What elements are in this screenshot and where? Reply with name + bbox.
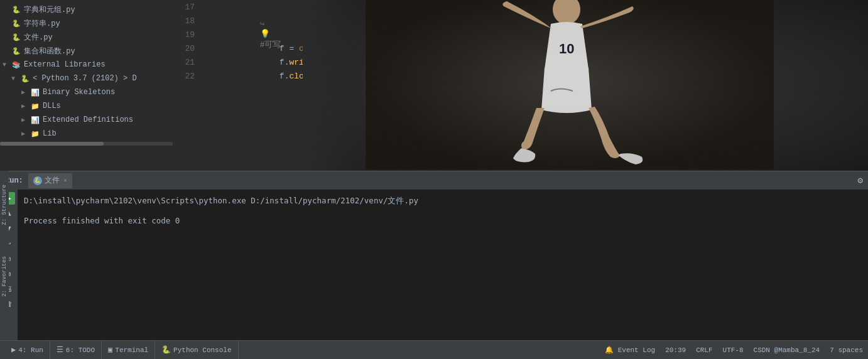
tree-arrow: ▶ bbox=[21, 130, 30, 137]
event-log-text: Event Log bbox=[618, 346, 655, 354]
run-status-tab[interactable]: ▶ 4: Run bbox=[5, 341, 50, 360]
tree-item-label: External Libraries bbox=[24, 60, 106, 69]
tree-item-lib[interactable]: ▶ 📁 Lib bbox=[0, 127, 173, 141]
python-console-tab-text: Python Console bbox=[173, 346, 231, 354]
terminal-tab-text: Terminal bbox=[115, 346, 148, 354]
py-version-icon: 🐍 bbox=[20, 73, 30, 83]
tree-arrow: ▶ bbox=[21, 102, 30, 110]
tree-item-label: 字典和元组.py bbox=[24, 4, 75, 15]
basketball-image-overlay: 10 bbox=[303, 0, 868, 171]
python-icon: 🐍 bbox=[161, 345, 171, 355]
tree-item-label: DLLs bbox=[43, 102, 61, 110]
tree-arrow: ▼ bbox=[11, 75, 20, 82]
tree-item-file[interactable]: 🐍 文件.py bbox=[0, 30, 173, 44]
line-number: 22 bbox=[173, 72, 201, 81]
run-tab-close[interactable]: × bbox=[63, 177, 68, 185]
lib-icon: 📚 bbox=[11, 60, 21, 70]
console-blank-line bbox=[24, 207, 868, 215]
file-tree-sidebar: 🐍 字典和元组.py 🐍 字符串.py 🐍 文件.py 🐍 集合和函数.py ▼ bbox=[0, 0, 173, 171]
py-file-icon: 🐍 bbox=[11, 46, 21, 56]
tree-arrow: ▶ bbox=[21, 116, 30, 124]
run-console: ▶ ▲ ▼ ↩ ⊟ ⊠ 🖨 🗑 D:\install\pycharm\2102\… bbox=[0, 190, 868, 340]
event-log-button[interactable]: 🔔 Event Log bbox=[605, 346, 655, 354]
py-file-icon: 🐍 bbox=[11, 32, 21, 42]
line-number: 20 bbox=[173, 44, 201, 53]
player-svg: 10 bbox=[366, 0, 774, 169]
gear-icon[interactable]: ⚙ bbox=[858, 175, 863, 186]
time-display: 20:39 bbox=[665, 346, 686, 354]
status-tabs: ▶ 4: Run ☰ 6: TODO ▣ Terminal 🐍 Python C… bbox=[5, 341, 239, 360]
tree-item-dict-tuple[interactable]: 🐍 字典和元组.py bbox=[0, 3, 173, 16]
lib-folder-icon: 📁 bbox=[30, 129, 40, 139]
tree-item-label: Extended Definitions bbox=[43, 115, 133, 124]
tree-item-external-libs[interactable]: ▼ 📚 External Libraries bbox=[0, 58, 173, 72]
py-file-icon: 🐍 bbox=[11, 18, 21, 28]
main-container: 🐍 字典和元组.py 🐍 字符串.py 🐍 文件.py 🐍 集合和函数.py ▼ bbox=[0, 0, 868, 359]
tree-item-binary-skeletons[interactable]: ▶ 📊 Binary Skeletons bbox=[0, 85, 173, 99]
event-log-icon: 🔔 bbox=[605, 346, 614, 354]
structure-side-panel[interactable]: Z: Structure bbox=[0, 171, 9, 238]
terminal-icon: ▣ bbox=[108, 345, 112, 355]
python-console-status-tab[interactable]: 🐍 Python Console bbox=[155, 341, 238, 360]
line-indent-marker: ↪ bbox=[260, 19, 265, 29]
ext-def-icon: 📊 bbox=[30, 115, 40, 125]
tree-item-label: Lib bbox=[43, 129, 57, 138]
tree-item-dlls[interactable]: ▶ 📁 DLLs bbox=[0, 99, 173, 113]
tree-item-set-func[interactable]: 🐍 集合和函数.py bbox=[0, 44, 173, 58]
run-icon: ▶ bbox=[11, 345, 16, 355]
todo-icon: ☰ bbox=[57, 345, 63, 355]
run-tabbar: Run: 🐍 文件 × ⚙ bbox=[0, 171, 868, 190]
terminal-status-tab[interactable]: ▣ Terminal bbox=[102, 341, 155, 360]
tree-item-label: 文件.py bbox=[24, 32, 53, 43]
todo-status-tab[interactable]: ☰ 6: TODO bbox=[50, 341, 102, 360]
status-right: 🔔 Event Log 20:39 CRLF UTF-8 CSDN @Mamba… bbox=[605, 346, 863, 354]
run-tab-icon: 🐍 bbox=[33, 176, 42, 185]
tree-item-python37[interactable]: ▼ 🐍 < Python 3.7 (2102) > D bbox=[0, 72, 173, 85]
run-tab-file[interactable]: 🐍 文件 × bbox=[28, 173, 73, 188]
svg-text:10: 10 bbox=[559, 41, 574, 56]
skeleton-icon: 📊 bbox=[30, 87, 40, 97]
code-editor[interactable]: 17 18 19 ↪ 💡 #可写 20 bbox=[173, 0, 868, 171]
favorites-label: 2: Favorites bbox=[1, 256, 8, 297]
todo-tab-text: 6: TODO bbox=[66, 346, 95, 354]
run-tab-text: 4: Run bbox=[18, 346, 43, 354]
run-tab-label: 文件 bbox=[45, 175, 60, 186]
line-number: 18 bbox=[173, 16, 201, 26]
tree-item-string[interactable]: 🐍 字符串.py bbox=[0, 16, 173, 30]
tree-item-extended-defs[interactable]: ▶ 📊 Extended Definitions bbox=[0, 113, 173, 127]
tree-item-label: 字符串.py bbox=[24, 18, 60, 29]
sidebar-scrollbar-thumb bbox=[0, 142, 104, 146]
indent-selector[interactable]: 7 spaces bbox=[830, 346, 863, 354]
tree-item-label: Binary Skeletons bbox=[43, 88, 115, 97]
tree-item-label: < Python 3.7 (2102) > D bbox=[33, 74, 137, 83]
tree-arrow: ▶ bbox=[21, 88, 30, 96]
tree-item-label: 集合和函数.py bbox=[24, 46, 75, 56]
structure-label: Z: Structure bbox=[1, 185, 8, 225]
csdn-label: CSDN @Mamba_8_24 bbox=[754, 346, 820, 354]
tree-arrow: ▼ bbox=[3, 62, 11, 68]
line-number: 21 bbox=[173, 58, 201, 67]
top-area: 🐍 字典和元组.py 🐍 字符串.py 🐍 文件.py 🐍 集合和函数.py ▼ bbox=[0, 0, 868, 171]
bottom-panel: Run: 🐍 文件 × ⚙ ▶ ▲ ▼ ↩ ⊟ ⊠ 🖨 🗑 D:\install… bbox=[0, 171, 868, 359]
console-line-exit: Process finished with exit code 0 bbox=[24, 215, 868, 227]
line-number: 17 bbox=[173, 3, 201, 12]
statusbar: ▶ 4: Run ☰ 6: TODO ▣ Terminal 🐍 Python C… bbox=[0, 340, 868, 359]
line-ending-selector[interactable]: CRLF bbox=[696, 346, 712, 354]
favorites-side-panel[interactable]: 2: Favorites bbox=[0, 238, 9, 314]
console-output: D:\install\pycharm\2102\venv\Scripts\pyt… bbox=[24, 195, 868, 227]
line-number: 19 bbox=[173, 30, 201, 40]
console-line-path: D:\install\pycharm\2102\venv\Scripts\pyt… bbox=[24, 195, 868, 207]
folder-icon: 📁 bbox=[30, 101, 40, 111]
py-file-icon: 🐍 bbox=[11, 4, 21, 14]
encoding-selector[interactable]: UTF-8 bbox=[723, 346, 744, 354]
sidebar-scrollbar[interactable] bbox=[0, 142, 173, 146]
